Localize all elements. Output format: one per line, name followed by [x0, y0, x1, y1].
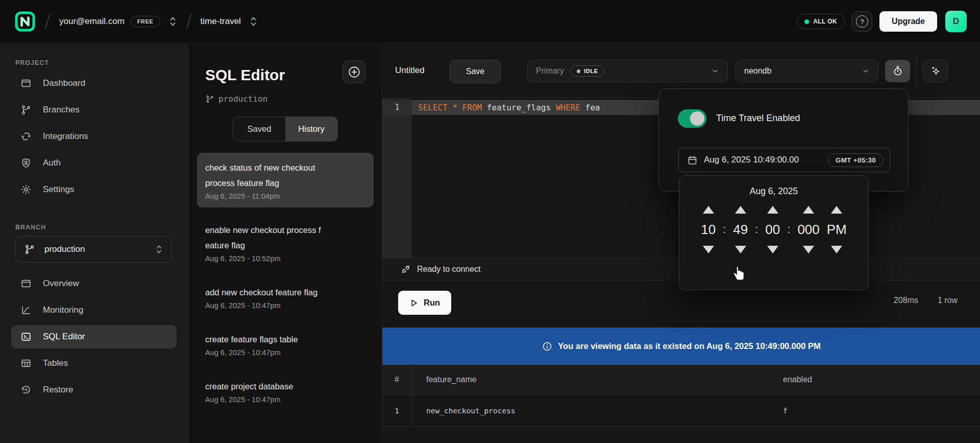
seconds-value: 00	[765, 222, 780, 238]
sidebar-item-integrations[interactable]: Integrations	[11, 125, 177, 148]
table-row[interactable]: 1 new_checkout_process f	[382, 395, 980, 427]
chevron-down-icon	[711, 67, 719, 75]
minutes-increment-icon[interactable]	[735, 206, 746, 214]
neon-logo-icon[interactable]	[14, 11, 36, 32]
new-query-button[interactable]	[342, 60, 365, 83]
history-item-title: create project database	[205, 379, 365, 394]
sql-keyword: SELECT * FROM	[418, 103, 482, 112]
enabled-cell: f	[783, 407, 980, 415]
minutes-decrement-icon[interactable]	[735, 246, 746, 253]
history-item-date: Aug 6, 2025 - 10:52pm	[205, 254, 365, 263]
meridiem-decrement-icon[interactable]	[831, 246, 842, 253]
time-separator: :	[723, 223, 726, 237]
system-status-pill[interactable]: ALL OK	[797, 14, 845, 29]
timezone-badge: GMT +05:30	[828, 153, 884, 167]
history-item-title: enable new checkout process f eature fla…	[205, 222, 365, 253]
millis-increment-icon[interactable]	[803, 206, 814, 214]
datetime-input[interactable]: Aug 6, 2025 10:49:00.00 GMT +05:30	[678, 148, 890, 172]
sidebar-item-label: Auth	[43, 158, 61, 168]
database-name: neondb	[744, 66, 771, 76]
sidebar-item-label: Branches	[43, 105, 80, 115]
hours-column: 10	[701, 206, 716, 253]
run-label: Run	[424, 298, 440, 308]
sidebar-item-sql-editor[interactable]: SQL Editor	[11, 325, 177, 348]
compute-status-label: IDLE	[584, 68, 598, 74]
time-travel-toggle[interactable]	[678, 109, 706, 128]
history-item-title: create feature flags table	[205, 332, 365, 347]
org-switcher-icon[interactable]	[168, 16, 177, 27]
sidebar-item-monitoring[interactable]: Monitoring	[11, 298, 177, 322]
info-icon	[542, 341, 552, 352]
top-header: your@email.com FREE time-travel ALL OK ?…	[0, 0, 980, 43]
history-item-title: add new checkout feature flag	[205, 285, 365, 300]
history-item[interactable]: create project database Aug 6, 2025 - 10…	[197, 371, 374, 411]
sql-editor-icon	[20, 331, 32, 342]
history-item[interactable]: enable new checkout process f eature fla…	[197, 215, 374, 270]
tab-saved[interactable]: Saved	[233, 117, 285, 141]
gear-icon	[20, 184, 32, 195]
plus-circle-icon	[348, 65, 361, 79]
column-header-enabled: enabled	[783, 375, 980, 384]
save-button[interactable]: Save	[450, 60, 501, 83]
saved-history-tabs: Saved History	[233, 116, 338, 142]
sql-identifier: fea	[580, 103, 600, 112]
breadcrumb-project[interactable]: time-travel	[201, 16, 241, 27]
sidebar-item-label: Overview	[43, 278, 79, 289]
seconds-increment-icon[interactable]	[767, 206, 778, 214]
sidebar-item-label: Restore	[43, 385, 74, 395]
history-item[interactable]: create feature flags table Aug 6, 2025 -…	[197, 324, 374, 364]
calendar-icon	[687, 155, 698, 166]
meridiem-column: PM	[827, 206, 847, 253]
sidebar-item-restore[interactable]: Restore	[11, 378, 177, 402]
tab-history[interactable]: History	[285, 117, 337, 141]
feature-name-cell: new_checkout_process	[412, 407, 783, 415]
branch-selector-value: production	[44, 244, 85, 254]
run-button[interactable]: Run	[398, 291, 451, 315]
sidebar-section-branch: BRANCH	[15, 224, 188, 231]
integrations-icon	[20, 131, 32, 142]
panel-branch: production	[205, 94, 267, 104]
project-switcher-icon[interactable]	[249, 16, 258, 27]
sidebar-item-settings[interactable]: Settings	[11, 178, 177, 201]
seconds-decrement-icon[interactable]	[767, 246, 778, 253]
breadcrumb-org[interactable]: your@email.com	[59, 16, 125, 27]
git-branch-icon	[24, 244, 35, 255]
time-travel-banner: You are viewing data as it existed on Au…	[382, 328, 980, 365]
compute-dropdown[interactable]: Primary IDLE	[527, 60, 728, 82]
status-ok-label: ALL OK	[813, 18, 837, 25]
upgrade-button[interactable]: Upgrade	[879, 11, 937, 32]
help-button[interactable]: ?	[852, 11, 872, 32]
millis-decrement-icon[interactable]	[803, 246, 814, 253]
auth-shield-icon	[20, 157, 32, 169]
branch-selector[interactable]: production	[15, 236, 172, 263]
history-item[interactable]: check status of new checkout process fea…	[197, 153, 374, 207]
history-item-date: Aug 6, 2025 - 10:47pm	[205, 301, 365, 310]
results-table-header: # feature_name enabled	[382, 365, 980, 395]
hours-decrement-icon[interactable]	[703, 246, 714, 253]
database-dropdown[interactable]: neondb	[736, 60, 878, 82]
sidebar-item-tables[interactable]: Tables	[11, 352, 177, 375]
history-item[interactable]: add new checkout feature flag Aug 6, 202…	[197, 277, 374, 317]
minutes-value: 49	[733, 222, 748, 238]
avatar[interactable]: D	[945, 11, 967, 32]
meridiem-increment-icon[interactable]	[831, 206, 842, 214]
panel-branch-label: production	[218, 94, 267, 104]
sidebar-item-label: Integrations	[43, 131, 88, 142]
sidebar-item-overview[interactable]: Overview	[11, 272, 177, 295]
history-item-date: Aug 6, 2025 - 11:04pm	[205, 192, 365, 200]
query-tab-title[interactable]: Untitled	[395, 65, 425, 76]
sidebar-item-label: Tables	[43, 358, 68, 368]
sidebar-item-label: Monitoring	[43, 305, 83, 315]
stopwatch-icon	[892, 65, 903, 77]
hours-increment-icon[interactable]	[703, 206, 714, 214]
time-travel-toggle-label: Time Travel Enabled	[716, 113, 800, 124]
idle-dot-icon	[577, 69, 580, 73]
history-item-title: check status of new checkout process fea…	[205, 160, 365, 191]
sidebar-item-dashboard[interactable]: Dashboard	[11, 72, 177, 95]
breadcrumb-separator	[45, 14, 51, 29]
sidebar-item-branches[interactable]: Branches	[11, 98, 177, 122]
time-travel-button[interactable]	[885, 60, 910, 82]
meridiem-value: PM	[827, 222, 847, 238]
ai-assist-button[interactable]	[923, 60, 948, 82]
sidebar-item-auth[interactable]: Auth	[11, 151, 177, 175]
